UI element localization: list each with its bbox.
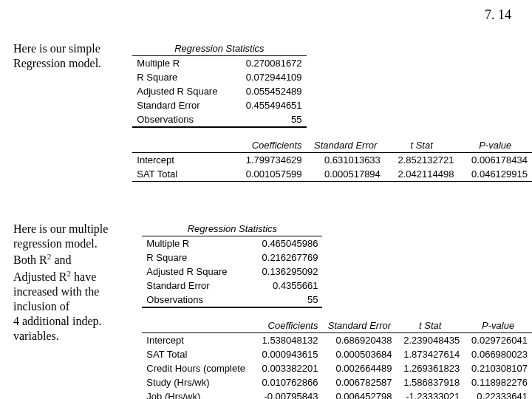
- stat-label: R Square: [132, 70, 231, 84]
- coef-label: SAT Total: [132, 167, 231, 182]
- caption-line: Here is our multiple: [13, 222, 108, 235]
- coef-t: 1.269361823: [396, 361, 464, 375]
- coef-header: [132, 138, 231, 153]
- coef-p: 0.006178434: [458, 153, 532, 168]
- stat-label: Adjusted R Square: [142, 265, 254, 279]
- stat-value: 0.216267769: [254, 250, 323, 265]
- coef-t: 1.873427614: [396, 347, 464, 361]
- caption-line: Adjusted R2 have: [13, 270, 96, 283]
- coef-label: Intercept: [132, 153, 231, 168]
- coef-header: Coefficients: [231, 138, 306, 153]
- coef-p: 0.118982276: [464, 375, 532, 389]
- stat-value: 0.465045986: [254, 236, 323, 251]
- coef-label: SAT Total: [142, 347, 254, 361]
- simple-regression-table: Regression Statistics Multiple R0.270081…: [132, 41, 532, 182]
- coef-label: Intercept: [142, 333, 254, 348]
- coef-se: 0.006782587: [322, 375, 396, 389]
- caption-line: increased with the: [13, 285, 99, 298]
- stat-value: 0.055452489: [231, 84, 306, 98]
- stat-value: 0.072944109: [231, 70, 306, 84]
- stats-title: Regression Statistics: [132, 41, 306, 56]
- stat-label: Observations: [142, 293, 254, 307]
- coef-value: 0.010762866: [254, 375, 323, 389]
- caption-simple: Here is our simple Regression model.: [13, 41, 132, 71]
- coef-value: 1.538048132: [254, 333, 323, 348]
- coef-header: P-value: [464, 318, 532, 333]
- coef-t: 2.852132721: [385, 153, 459, 168]
- caption-line: 4 additional indep.: [13, 315, 102, 327]
- coef-se: 0.631013633: [307, 153, 385, 168]
- stat-value: 0.4355661: [254, 279, 323, 293]
- coef-header: t Stat: [396, 318, 464, 333]
- coef-header: P-value: [458, 138, 532, 153]
- coef-se: 0.686920438: [322, 333, 396, 348]
- caption-multiple: Here is our multiple regression model. B…: [13, 222, 142, 344]
- stat-value: 55: [231, 112, 306, 127]
- stat-value: 0.136295092: [254, 265, 323, 279]
- stat-label: Observations: [132, 112, 231, 127]
- caption-line: Both R2 and: [13, 253, 72, 266]
- caption-line: variables.: [13, 330, 59, 342]
- stats-title: Regression Statistics: [142, 222, 322, 236]
- multiple-regression-block: Here is our multiple regression model. B…: [13, 222, 532, 399]
- coef-t: 2.042114498: [385, 167, 459, 182]
- stat-value: 55: [254, 293, 323, 307]
- coef-value: 0.001057599: [231, 167, 306, 182]
- multiple-regression-table: Regression Statistics Multiple R0.465045…: [142, 222, 532, 399]
- stat-label: Standard Error: [132, 98, 231, 112]
- coef-label: Study (Hrs/wk): [142, 375, 254, 389]
- coef-header: Standard Error: [322, 318, 396, 333]
- stat-label: Standard Error: [142, 279, 254, 293]
- coef-se: 0.006452798: [322, 389, 396, 399]
- coef-se: 0.000503684: [322, 347, 396, 361]
- stat-value: 0.455494651: [231, 98, 306, 112]
- coef-value: 0.003382201: [254, 361, 323, 375]
- caption-line: Here is our simple: [13, 42, 100, 55]
- coef-label: Job (Hrs/wk): [142, 389, 254, 399]
- caption-line: inclusion of: [13, 300, 69, 313]
- coef-se: 0.000517894: [307, 167, 385, 182]
- coef-value: -0.00795843: [254, 389, 323, 399]
- stat-label: Adjusted R Square: [132, 84, 231, 98]
- stat-value: 0.270081672: [231, 56, 306, 71]
- coef-p: 0.029726041: [464, 333, 532, 348]
- coef-se: 0.002664489: [322, 361, 396, 375]
- coef-header: Coefficients: [254, 318, 323, 333]
- coef-p: 0.210308107: [464, 361, 532, 375]
- coef-t: 2.239048435: [396, 333, 464, 348]
- coef-t: 1.586837918: [396, 375, 464, 389]
- page-number: 7. 14: [485, 7, 511, 23]
- coef-header: t Stat: [385, 138, 459, 153]
- coef-header: Standard Error: [307, 138, 385, 153]
- caption-line: Regression model.: [13, 57, 101, 69]
- stat-label: R Square: [142, 250, 254, 265]
- caption-line: regression model.: [13, 237, 98, 250]
- coef-p: 0.22333641: [464, 389, 532, 399]
- simple-regression-block: Here is our simple Regression model. Reg…: [13, 41, 532, 182]
- coef-value: 1.799734629: [231, 153, 306, 168]
- coef-p: 0.046129915: [458, 167, 532, 182]
- coef-value: 0.000943615: [254, 347, 323, 361]
- coef-header: [142, 318, 254, 333]
- coef-label: Credit Hours (complete: [142, 361, 254, 375]
- coef-t: -1.23333021: [396, 389, 464, 399]
- coef-p: 0.066980023: [464, 347, 532, 361]
- stat-label: Multiple R: [132, 56, 231, 71]
- stat-label: Multiple R: [142, 236, 254, 251]
